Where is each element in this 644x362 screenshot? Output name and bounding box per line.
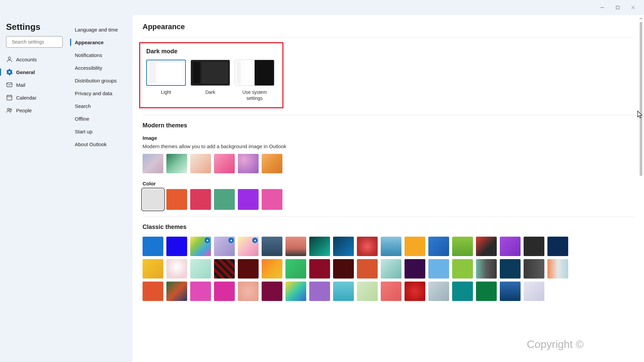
color-theme-swatch[interactable] — [190, 189, 211, 210]
classic-theme-tile[interactable] — [285, 237, 306, 256]
nav-general[interactable]: General — [0, 66, 69, 78]
classic-theme-tile[interactable] — [428, 237, 449, 256]
calendar-icon — [6, 94, 13, 101]
minimize-button[interactable] — [594, 2, 610, 13]
classic-theme-tile[interactable] — [309, 237, 330, 256]
image-theme-swatch[interactable] — [190, 154, 211, 173]
scroll-up-icon[interactable] — [639, 16, 643, 21]
image-theme-swatch[interactable] — [166, 154, 187, 173]
classic-theme-tile[interactable] — [166, 282, 187, 301]
classic-theme-tile[interactable] — [452, 237, 473, 256]
classic-theme-tile[interactable] — [262, 237, 282, 256]
nav-calendar[interactable]: Calendar — [0, 91, 69, 104]
search-box[interactable] — [6, 36, 63, 48]
classic-theme-tile[interactable] — [547, 259, 568, 279]
classic-theme-tile[interactable] — [381, 259, 401, 279]
classic-theme-tile[interactable] — [143, 259, 163, 279]
classic-theme-tile[interactable] — [143, 282, 163, 301]
classic-theme-tile[interactable] — [452, 259, 473, 279]
dark-mode-title: Dark mode — [146, 48, 276, 55]
color-theme-swatch[interactable] — [166, 189, 187, 210]
classic-theme-tile[interactable] — [238, 259, 259, 279]
image-theme-swatch[interactable] — [238, 154, 259, 173]
scrollbar[interactable] — [639, 16, 643, 361]
mode-dark[interactable]: Dark — [191, 60, 230, 101]
classic-theme-tile[interactable] — [333, 237, 354, 256]
classic-theme-tile[interactable] — [428, 259, 449, 279]
classic-theme-tile[interactable] — [190, 282, 211, 301]
classic-theme-tile[interactable]: ★ — [238, 237, 259, 256]
sub-startup[interactable]: Start up — [69, 125, 132, 138]
gear-icon — [6, 69, 13, 75]
classic-theme-tile[interactable] — [143, 237, 163, 256]
nav-accounts[interactable]: Accounts — [0, 53, 69, 66]
nav-mail[interactable]: Mail — [0, 78, 69, 91]
scroll-thumb[interactable] — [640, 22, 642, 176]
classic-theme-tile[interactable] — [452, 282, 473, 301]
classic-theme-tile[interactable] — [357, 282, 378, 301]
sub-search[interactable]: Search — [69, 100, 132, 112]
close-button[interactable] — [625, 2, 641, 13]
person-icon — [6, 56, 13, 63]
search-input[interactable] — [9, 39, 70, 45]
classic-theme-tile[interactable] — [524, 237, 544, 256]
classic-theme-tile[interactable] — [214, 282, 235, 301]
color-theme-swatch[interactable] — [262, 189, 282, 210]
classic-theme-tile[interactable] — [524, 259, 544, 279]
nav-people[interactable]: People — [0, 104, 69, 117]
sub-language[interactable]: Language and time — [69, 23, 132, 36]
sub-notifications[interactable]: Notifications — [69, 49, 132, 61]
sub-accessibility[interactable]: Accessibility — [69, 61, 132, 74]
sidebar-sub: Language and time Appearance Notificatio… — [69, 15, 132, 362]
classic-theme-tile[interactable] — [214, 259, 235, 279]
classic-theme-tile[interactable] — [524, 282, 544, 301]
classic-theme-tile[interactable] — [428, 282, 449, 301]
watermark: Copyright © — [527, 338, 584, 351]
classic-theme-tile[interactable] — [476, 237, 497, 256]
classic-theme-tile[interactable] — [405, 237, 425, 256]
classic-theme-tile[interactable] — [357, 237, 378, 256]
maximize-button[interactable] — [610, 2, 625, 13]
classic-theme-tile[interactable] — [309, 282, 330, 301]
classic-theme-tile[interactable] — [405, 282, 425, 301]
classic-theme-tile[interactable] — [166, 237, 187, 256]
classic-theme-tile[interactable] — [357, 259, 378, 279]
classic-theme-tile[interactable] — [500, 237, 521, 256]
sub-distribution[interactable]: Distribution groups — [69, 74, 132, 87]
color-theme-swatch[interactable] — [238, 189, 259, 210]
image-theme-swatch[interactable] — [214, 154, 235, 173]
nav-label: People — [16, 108, 32, 113]
classic-theme-tile[interactable] — [405, 259, 425, 279]
classic-theme-tile[interactable] — [333, 259, 354, 279]
classic-theme-tile[interactable] — [262, 282, 282, 301]
sub-about[interactable]: About Outlook — [69, 138, 132, 150]
mode-light[interactable]: Light — [146, 60, 186, 101]
classic-theme-tile[interactable] — [381, 237, 401, 256]
classic-theme-tile[interactable]: ★ — [190, 237, 211, 256]
mode-system[interactable]: Use system settings — [235, 60, 274, 101]
color-theme-swatch[interactable] — [143, 189, 163, 210]
classic-theme-tile[interactable] — [285, 282, 306, 301]
color-label: Color — [143, 181, 634, 186]
sub-privacy[interactable]: Privacy and data — [69, 87, 132, 100]
classic-theme-tile[interactable] — [476, 259, 497, 279]
classic-theme-tile[interactable] — [166, 259, 187, 279]
classic-theme-tile[interactable] — [500, 259, 521, 279]
image-theme-swatch[interactable] — [262, 154, 282, 173]
classic-theme-tile[interactable] — [500, 282, 521, 301]
classic-theme-tile[interactable] — [476, 282, 497, 301]
color-theme-swatch[interactable] — [214, 189, 235, 210]
classic-theme-tile[interactable] — [333, 282, 354, 301]
classic-theme-tile[interactable] — [547, 237, 568, 256]
content: Appearance Dark mode Light Dark — [132, 15, 644, 362]
image-theme-swatch[interactable] — [143, 154, 163, 173]
classic-theme-tile[interactable]: ★ — [214, 237, 235, 256]
classic-theme-tile[interactable] — [285, 259, 306, 279]
classic-theme-tile[interactable] — [238, 282, 259, 301]
sub-appearance[interactable]: Appearance — [69, 36, 132, 49]
sub-offline[interactable]: Offline — [69, 112, 132, 125]
classic-theme-tile[interactable] — [381, 282, 401, 301]
classic-theme-tile[interactable] — [190, 259, 211, 279]
classic-theme-tile[interactable] — [262, 259, 282, 279]
classic-theme-tile[interactable] — [309, 259, 330, 279]
